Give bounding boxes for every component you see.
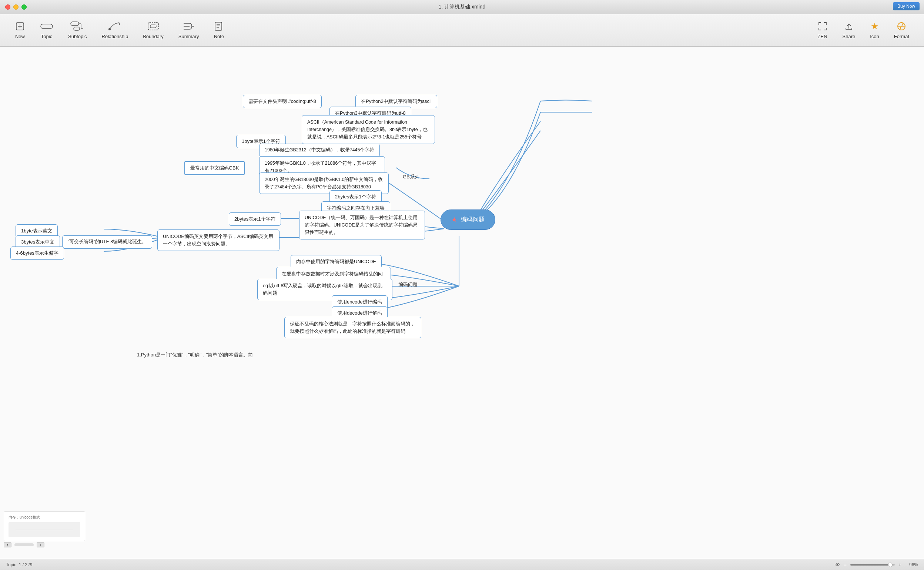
- summary-label: Summary: [178, 34, 199, 39]
- toolbar-subtopic[interactable]: Subtopic: [61, 18, 94, 42]
- canvas: ★ 编码问题 需要在文件头声明 #coding:utf-8 在Python2中默…: [0, 47, 924, 559]
- share-icon: [844, 21, 854, 31]
- svg-rect-17: [215, 22, 222, 31]
- node-utf8-born[interactable]: "可变长编码"的UTF-8编码就此诞生。: [62, 235, 152, 249]
- svg-rect-12: [150, 25, 156, 28]
- central-node-label: 编码问题: [461, 215, 484, 224]
- toolbar-summary[interactable]: Summary: [171, 18, 207, 42]
- preview-panel: 内存：unicode格式: [4, 512, 85, 541]
- node-core-principle[interactable]: 保证不乱码的核心法则就是，字符按照什么标准而编码的，就要按照什么标准解码，此处的…: [284, 317, 421, 338]
- preview-label: 内存：unicode格式: [9, 515, 80, 520]
- node-encoding-label: 编码问题: [395, 280, 421, 290]
- zen-icon: [817, 21, 828, 31]
- node-header-utf8[interactable]: 需要在文件头声明 #coding:utf-8: [243, 95, 322, 108]
- toolbar-boundary[interactable]: Boundary: [135, 18, 171, 42]
- toolbar-relationship[interactable]: Relationship: [94, 18, 136, 42]
- node-gb2312[interactable]: 1980年诞生GB2312（中文编码），收录7445个字符: [259, 144, 380, 157]
- eye-icon[interactable]: 👁: [835, 562, 840, 568]
- node-unicode-desc[interactable]: UNICODE（统一码、万国码）是一种在计算机上使用的字符编码。UNICODE是…: [299, 211, 425, 239]
- title-bar: 1. 计算机基础.xmind Buy Now: [0, 0, 924, 14]
- status-right: 👁 − + 96%: [835, 562, 918, 568]
- new-label: New: [15, 34, 25, 39]
- zoom-slider-fill: [850, 564, 890, 565]
- minimize-button[interactable]: [13, 5, 18, 10]
- topic-label: Topic: [41, 34, 52, 39]
- toolbar-topic[interactable]: Topic: [32, 18, 61, 42]
- svg-rect-3: [41, 24, 52, 29]
- relationship-label: Relationship: [102, 34, 129, 39]
- format-label: Format: [894, 34, 909, 39]
- icon-btn-label: Icon: [870, 34, 879, 39]
- note-icon: [214, 21, 224, 31]
- status-topic-info: Topic: 1 / 229: [6, 562, 32, 567]
- toolbar-icon-btn[interactable]: ★ Icon: [863, 18, 887, 42]
- new-icon: [15, 21, 25, 31]
- toolbar-new[interactable]: New: [8, 18, 32, 42]
- toolbar-format[interactable]: Format: [887, 18, 916, 42]
- zoom-slider-thumb: [888, 562, 893, 567]
- status-bar: Topic: 1 / 229 👁 − + 96%: [0, 559, 924, 570]
- maximize-button[interactable]: [21, 5, 27, 10]
- icon-btn-icon: ★: [871, 21, 879, 31]
- node-python2-default[interactable]: 在Python2中默认字符编码为ascii: [356, 95, 437, 108]
- buy-now-button[interactable]: Buy Now: [893, 2, 919, 10]
- subtopic-label: Subtopic: [68, 34, 87, 39]
- svg-point-10: [109, 28, 111, 31]
- format-icon: [896, 21, 907, 31]
- node-ascii-desc[interactable]: ASCII（American Standard Code for Informa…: [302, 115, 435, 144]
- node-utf8-problem[interactable]: UNICODE编码英文要用两个字节，ASCII编码英文用一个字节，出现空间浪费问…: [157, 230, 279, 251]
- svg-rect-4: [71, 22, 79, 26]
- preview-scroll: ↑ ↓: [4, 541, 44, 549]
- toolbar-note[interactable]: Note: [206, 18, 231, 42]
- node-mem-unicode[interactable]: 内存中使用的字符编码都是UNICODE: [291, 255, 382, 268]
- zoom-in-icon[interactable]: +: [898, 562, 901, 568]
- zoom-level: 96%: [905, 562, 918, 567]
- mindmap-svg: [0, 47, 924, 559]
- toolbar-share[interactable]: Share: [835, 18, 863, 42]
- node-4-6bytes-rare[interactable]: 4-6bytes表示生僻字: [10, 247, 64, 260]
- star-icon: ★: [451, 215, 457, 224]
- toolbar-right: ZEN Share ★ Icon: [810, 18, 916, 42]
- boundary-icon: [147, 21, 160, 31]
- zen-label: ZEN: [818, 34, 827, 39]
- svg-rect-11: [148, 23, 158, 30]
- share-label: Share: [843, 34, 855, 39]
- subtopic-icon: [70, 21, 85, 31]
- boundary-label: Boundary: [143, 34, 164, 39]
- note-label: Note: [214, 34, 224, 39]
- toolbar: New Topic Subtopic: [0, 14, 924, 47]
- topic-icon: [40, 21, 53, 31]
- svg-rect-9: [74, 27, 80, 31]
- node-bottom-text: 1.Python是一门"优雅"，"明确"，"简单"的脚本语言。简: [134, 350, 256, 360]
- node-unicode-label[interactable]: 2bytes表示1个字符: [229, 213, 281, 226]
- node-gb-series: GB系列: [400, 172, 422, 182]
- central-node[interactable]: ★ 编码问题: [441, 210, 495, 230]
- node-zhongwen-gbk[interactable]: 最常用的中文编码GBK: [184, 161, 245, 175]
- window-title: 1. 计算机基础.xmind: [439, 4, 486, 10]
- zoom-out-icon[interactable]: −: [844, 562, 847, 568]
- summary-icon: [182, 21, 195, 31]
- toolbar-zen[interactable]: ZEN: [810, 18, 835, 42]
- close-button[interactable]: [5, 5, 10, 10]
- zoom-slider[interactable]: [850, 564, 895, 565]
- relationship-icon: [108, 21, 121, 31]
- window-controls: [5, 5, 27, 10]
